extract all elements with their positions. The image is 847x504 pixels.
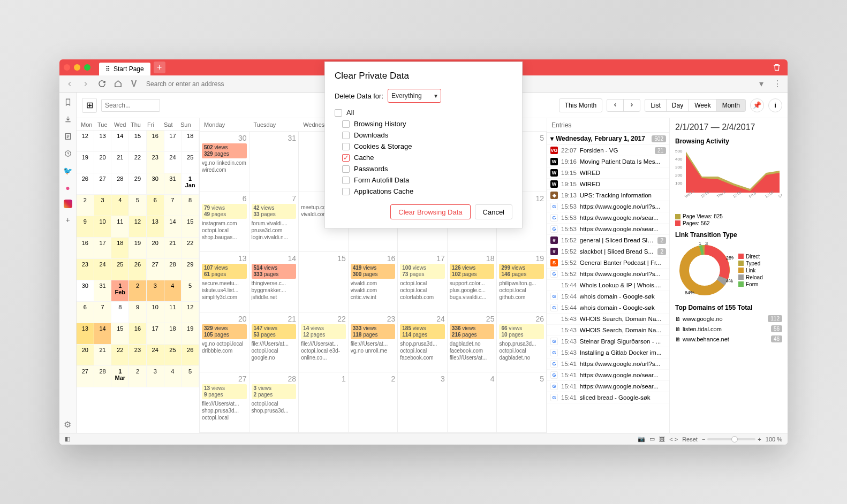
mini-day-cell[interactable]: 24 — [147, 345, 164, 366]
entry-row[interactable]: VG22:07Forsiden - VG21 — [547, 145, 669, 156]
calendar-cell[interactable]: 20329 views105 pagesvg.no octopi.local d… — [200, 312, 249, 373]
instagram-icon[interactable] — [64, 200, 72, 208]
entry-row[interactable]: W15:43WHOIS Search, Domain Na... — [547, 314, 669, 325]
mini-day-cell[interactable]: 28 — [111, 173, 129, 195]
calendar-cell[interactable]: 283 views2 pagesoctopi.local shop.prusa3… — [249, 372, 299, 433]
mini-day-cell[interactable]: 26 — [77, 173, 94, 195]
mini-day-cell[interactable]: 14 — [94, 323, 112, 345]
dropdown-icon[interactable]: ▾ — [754, 77, 768, 91]
checkbox[interactable] — [342, 177, 350, 184]
mini-day-cell[interactable]: 1 Feb — [111, 280, 129, 302]
entry-row[interactable]: G15:52https://www.google.no/url?s... — [547, 269, 669, 280]
mini-day-cell[interactable]: 16 — [77, 238, 94, 259]
mini-day-cell[interactable]: 22 — [111, 345, 129, 366]
mini-day-cell[interactable]: 31 — [94, 280, 112, 302]
calendar-cell[interactable]: 2666 views10 pagesshop.prusa3d... octopi… — [497, 312, 547, 373]
mini-day-cell[interactable]: 14 — [164, 216, 182, 238]
twitter-icon[interactable]: 🐦 — [63, 165, 73, 176]
mini-day-cell[interactable]: 8 — [182, 195, 199, 216]
calendar-cell[interactable]: 15 — [299, 252, 349, 312]
checkbox[interactable] — [342, 165, 350, 173]
mini-day-cell[interactable]: 2 — [77, 195, 94, 216]
info-icon[interactable]: i — [768, 98, 782, 112]
maximize-window-button[interactable] — [84, 64, 90, 71]
mini-day-cell[interactable]: 27 — [77, 366, 94, 387]
mini-day-cell[interactable]: 5 — [129, 195, 147, 216]
mini-day-cell[interactable]: 18 — [164, 323, 182, 345]
mini-day-cell[interactable]: 4 — [164, 366, 182, 387]
mini-day-cell[interactable]: 23 — [77, 259, 94, 280]
view-week[interactable]: Week — [689, 100, 716, 111]
mini-day-cell[interactable]: 28 — [164, 259, 182, 280]
mini-day-cell[interactable]: 12 — [77, 131, 94, 152]
mini-day-cell[interactable]: 15 — [129, 131, 147, 152]
checkbox[interactable] — [342, 143, 350, 150]
mini-day-cell[interactable]: 27 — [147, 259, 164, 280]
mini-day-cell[interactable]: 9 — [129, 302, 147, 323]
mini-day-cell[interactable]: 30 — [77, 280, 94, 302]
entry-row[interactable]: G15:44whois domain - Google-søk — [547, 302, 669, 314]
calendar-cell[interactable]: 679 views49 pagesinstagram.com octopi.lo… — [200, 192, 249, 253]
calendar-cell[interactable]: 19299 views146 pagesphilipwalton.g... oc… — [497, 252, 547, 312]
home-button[interactable] — [111, 77, 125, 91]
mini-day-cell[interactable]: 24 — [94, 259, 112, 280]
next-button[interactable] — [624, 100, 640, 111]
download-icon[interactable] — [63, 114, 73, 125]
calendar-cell[interactable]: 21147 views53 pagesfile:///Users/at... o… — [249, 312, 299, 373]
mini-day-cell[interactable]: 3 — [147, 366, 164, 387]
zoom-slider[interactable] — [707, 438, 755, 440]
mini-day-cell[interactable]: 21 — [94, 345, 112, 366]
mini-day-cell[interactable]: 2 — [129, 366, 147, 387]
mini-day-cell[interactable]: 27 — [94, 173, 112, 195]
entries-day-header[interactable]: ▾ Wednesday, February 1, 2017 502 — [547, 133, 669, 145]
entry-row[interactable]: G15:41https://www.google.no/sear... — [547, 370, 669, 381]
capture-icon[interactable]: 📷 — [636, 436, 647, 442]
mini-day-cell[interactable]: 22 — [129, 152, 147, 173]
mini-day-cell[interactable]: 11 — [111, 216, 129, 238]
mini-day-cell[interactable]: 16 — [147, 131, 164, 152]
entry-row[interactable]: W15:44Whois Lookup & IP | Whois.... — [547, 280, 669, 291]
reset-zoom-button[interactable]: Reset — [680, 436, 700, 442]
mini-day-cell[interactable]: 10 — [147, 302, 164, 323]
calendar-cell[interactable]: 30502 views329 pagesvg.no linkedin.com w… — [200, 132, 249, 192]
mini-day-cell[interactable]: 31 — [164, 173, 182, 195]
entry-row[interactable]: W19:15WIRED — [547, 167, 669, 179]
mini-day-cell[interactable]: 3 — [94, 195, 112, 216]
mini-day-cell[interactable]: 23 — [129, 345, 147, 366]
mini-day-cell[interactable]: 11 — [164, 302, 182, 323]
mini-day-cell[interactable]: 15 — [182, 216, 199, 238]
entry-row[interactable]: G15:43Steinar Bragi Sigurðarson - ... — [547, 336, 669, 347]
calendar-cell[interactable]: 23333 views118 pagesfile:///Users/at... … — [349, 312, 398, 373]
code-icon[interactable]: < > — [667, 436, 680, 442]
entry-row[interactable]: W19:16Moving Patient Data Is Mes... — [547, 156, 669, 167]
entry-row[interactable]: G15:53https://www.google.no/url?s... — [547, 201, 669, 212]
mini-day-cell[interactable]: 16 — [129, 323, 147, 345]
entry-row[interactable]: G15:53https://www.google.no/sear... — [547, 224, 669, 235]
mini-day-cell[interactable]: 20 — [147, 238, 164, 259]
checkbox-all[interactable] — [335, 109, 342, 117]
dribbble-icon[interactable]: ● — [63, 182, 73, 193]
entry-row[interactable]: W19:15WIRED — [547, 179, 669, 190]
mini-day-cell[interactable]: 9 — [77, 216, 94, 238]
mini-day-cell[interactable]: 5 — [182, 366, 199, 387]
entry-row[interactable]: W15:43WHOIS Search, Domain Na... — [547, 325, 669, 336]
calendar-cell[interactable]: 25336 views216 pagesdagbladet.no faceboo… — [448, 312, 497, 373]
cancel-button[interactable]: Cancel — [475, 204, 512, 219]
entry-row[interactable]: G15:44whois domain - Google-søk — [547, 291, 669, 302]
mini-day-cell[interactable]: 29 — [129, 173, 147, 195]
mini-day-cell[interactable]: 6 — [77, 302, 94, 323]
image-icon[interactable]: 🖼 — [657, 436, 667, 442]
mini-day-cell[interactable]: 29 — [182, 259, 199, 280]
calendar-cell[interactable]: 24185 views114 pagesshop.prusa3d... octo… — [398, 312, 448, 373]
checkbox[interactable]: ✓ — [342, 154, 350, 162]
mini-day-cell[interactable]: 28 — [94, 366, 112, 387]
add-panel-icon[interactable]: + — [63, 215, 73, 225]
entry-row[interactable]: G15:43Installing a Gitlab Docker im... — [547, 347, 669, 358]
layout-toggle-button[interactable]: ⊞ — [82, 98, 97, 113]
mini-day-cell[interactable]: 6 — [147, 195, 164, 216]
new-tab-button[interactable]: + — [154, 62, 165, 73]
mini-day-cell[interactable]: 13 — [94, 131, 112, 152]
mini-day-cell[interactable]: 17 — [164, 131, 182, 152]
more-menu-icon[interactable]: ⋮ — [770, 77, 784, 91]
entry-row[interactable]: #15:52general | Sliced Bread Sla...2 — [547, 235, 669, 246]
